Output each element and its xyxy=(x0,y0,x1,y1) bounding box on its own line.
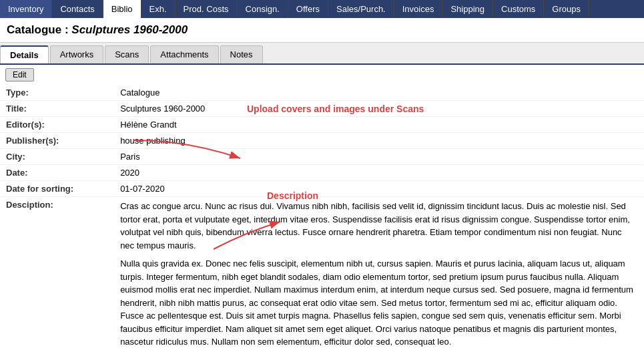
table-row: City: Paris xyxy=(1,149,643,165)
nav-consign[interactable]: Consign. xyxy=(238,0,288,18)
field-label-title: Title: xyxy=(1,101,115,117)
field-label-editor: Editor(s): xyxy=(1,117,115,133)
nav-sales[interactable]: Sales/Purch. xyxy=(328,0,394,18)
field-value-type: Catalogue xyxy=(115,85,643,101)
nav-invoices[interactable]: Invoices xyxy=(394,0,443,18)
field-label-date: Date: xyxy=(1,165,115,181)
details-table: Type: Catalogue Title: Sculptures 1960-2… xyxy=(0,85,644,348)
edit-button[interactable]: Edit xyxy=(5,68,34,81)
table-row-description: Desciption: Cras ac congue arcu. Nunc ac… xyxy=(1,197,643,349)
field-label-publisher: Publisher(s): xyxy=(1,133,115,149)
nav-contacts[interactable]: Contacts xyxy=(52,0,103,18)
description-para-2: Nulla quis gravida ex. Donec nec felis s… xyxy=(120,257,638,348)
table-row: Type: Catalogue xyxy=(1,85,643,101)
field-value-editor: Hélène Grandt xyxy=(115,117,643,133)
nav-inventory[interactable]: Inventory xyxy=(0,0,52,18)
nav-shipping[interactable]: Shipping xyxy=(442,0,493,18)
field-label-date-sorting: Date for sorting: xyxy=(1,181,115,197)
nav-offers[interactable]: Offers xyxy=(288,0,328,18)
field-value-city: Paris xyxy=(115,149,643,165)
field-value-description: Cras ac congue arcu. Nunc ac risus dui. … xyxy=(115,197,643,349)
field-value-title: Sculptures 1960-2000 xyxy=(115,101,643,117)
field-label-type: Type: xyxy=(1,85,115,101)
table-row: Date for sorting: 01-07-2020 xyxy=(1,181,643,197)
tab-notes[interactable]: Notes xyxy=(220,45,263,63)
page-title: Catalogue : Sculptures 1960-2000 xyxy=(0,18,644,43)
table-row: Title: Sculptures 1960-2000 xyxy=(1,101,643,117)
sub-tab-bar: Details Artworks Scans Attachments Notes xyxy=(0,43,644,65)
description-para-1: Cras ac congue arcu. Nunc ac risus dui. … xyxy=(120,200,638,252)
field-value-date-sorting: 01-07-2020 xyxy=(115,181,643,197)
table-row: Date: 2020 xyxy=(1,165,643,181)
tab-details[interactable]: Details xyxy=(0,45,49,63)
tab-artworks[interactable]: Artworks xyxy=(50,45,104,63)
nav-groups[interactable]: Groups xyxy=(544,0,589,18)
main-content: Upload covers and images under Scans Des… xyxy=(0,85,644,348)
nav-customs[interactable]: Customs xyxy=(493,0,544,18)
table-row: Publisher(s): house publishing xyxy=(1,133,643,149)
table-row: Editor(s): Hélène Grandt xyxy=(1,117,643,133)
nav-exh[interactable]: Exh. xyxy=(141,0,176,18)
edit-bar: Edit xyxy=(0,65,644,85)
nav-prod-costs[interactable]: Prod. Costs xyxy=(176,0,238,18)
field-value-publisher: house publishing xyxy=(115,133,643,149)
nav-biblio[interactable]: Biblio xyxy=(103,0,141,18)
top-navigation: Inventory Contacts Biblio Exh. Prod. Cos… xyxy=(0,0,644,18)
field-value-date: 2020 xyxy=(115,165,643,181)
tab-scans[interactable]: Scans xyxy=(105,45,149,63)
field-label-city: City: xyxy=(1,149,115,165)
field-label-description: Desciption: xyxy=(1,197,115,349)
tab-attachments[interactable]: Attachments xyxy=(150,45,218,63)
